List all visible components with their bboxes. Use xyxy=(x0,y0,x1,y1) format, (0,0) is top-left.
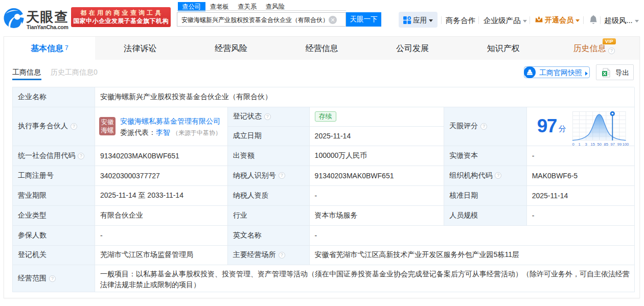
svg-text:85: 85 xyxy=(604,142,608,147)
svg-text:50: 50 xyxy=(597,142,601,147)
svg-text:1: 1 xyxy=(578,142,580,147)
svg-text:99: 99 xyxy=(617,142,621,147)
svg-text:3: 3 xyxy=(585,142,587,147)
svg-text:100: 100 xyxy=(622,142,629,147)
svg-text:0: 0 xyxy=(572,142,574,147)
svg-text:15: 15 xyxy=(590,142,594,147)
svg-text:97: 97 xyxy=(610,142,614,147)
